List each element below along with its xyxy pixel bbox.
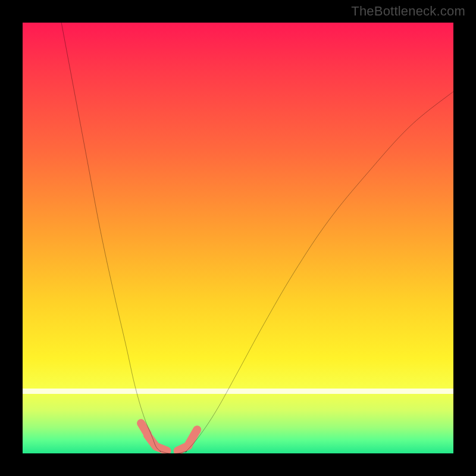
outer-frame: TheBottleneck.com bbox=[0, 0, 476, 476]
curve-highlight-marker bbox=[189, 430, 197, 444]
plot-area bbox=[23, 23, 453, 453]
curve-highlight-marker bbox=[156, 446, 167, 450]
attribution-text: TheBottleneck.com bbox=[351, 4, 465, 19]
bottleneck-curve bbox=[61, 23, 453, 453]
marker-layer bbox=[141, 423, 197, 450]
chart-svg bbox=[23, 23, 453, 453]
